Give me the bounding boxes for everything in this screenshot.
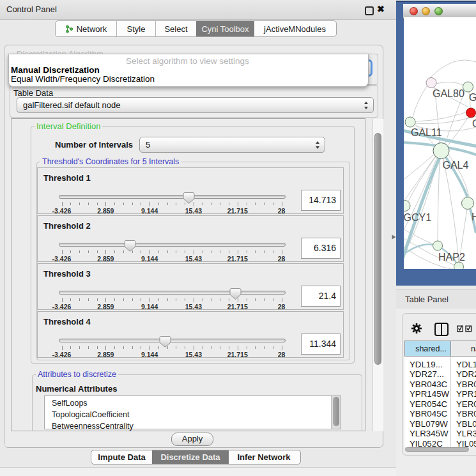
svg-text:GAL80: GAL80 <box>433 88 464 99</box>
svg-text:C: C <box>472 118 476 129</box>
svg-text:GAL11: GAL11 <box>411 127 442 138</box>
svg-text:GA: GA <box>469 92 476 103</box>
svg-text:GCY1: GCY1 <box>404 212 431 223</box>
svg-text:H: H <box>472 211 476 222</box>
svg-text:HAP2: HAP2 <box>438 252 465 263</box>
svg-text:GAL4: GAL4 <box>443 160 469 171</box>
